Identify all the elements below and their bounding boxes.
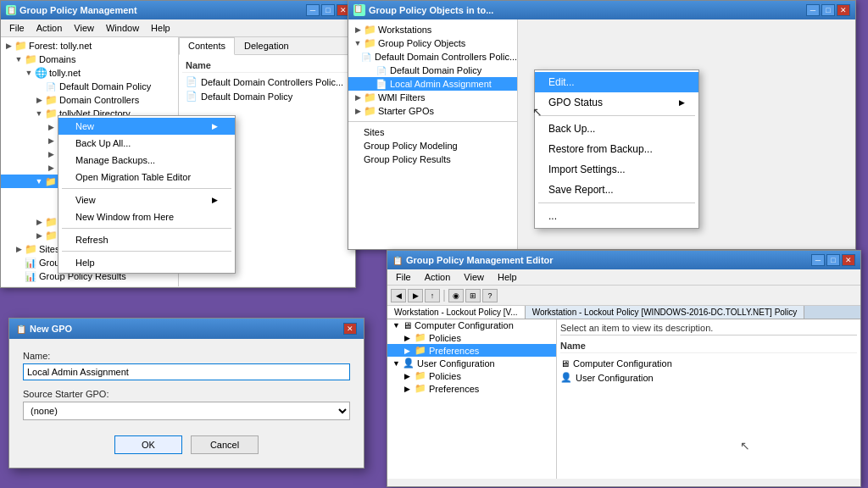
gpe-menu-action[interactable]: Action xyxy=(418,270,458,284)
gpe-right-item-uc[interactable]: 👤 User Configuration xyxy=(560,370,857,385)
gpe-icon-uc-policies: 📁 xyxy=(415,370,426,381)
gpe-tab-2[interactable]: Workstation - Lockout Policy [WINDOWS-20… xyxy=(526,306,805,319)
gpo-minimize[interactable]: ─ xyxy=(806,4,820,16)
gpe-right-item-cc[interactable]: 🖥 Computer Configuration xyxy=(560,357,857,370)
gpo-label-nav-results: Group Policy Results xyxy=(364,154,451,164)
ctx-save-report[interactable]: Save Report... xyxy=(535,180,698,200)
ctx-gpo-status[interactable]: GPO Status ▶ xyxy=(535,92,698,113)
menu-action[interactable]: Action xyxy=(31,21,68,35)
gpo-tree-starter[interactable]: ▶ 📁 Starter GPOs xyxy=(348,104,517,118)
gpe-minimize[interactable]: ─ xyxy=(811,254,825,266)
dialog-cancel-button[interactable]: Cancel xyxy=(191,435,259,454)
tree-item-dc[interactable]: ▶ 📁 Domain Controllers xyxy=(1,93,178,107)
gpo-expand-workstations[interactable]: ▶ xyxy=(352,24,364,36)
gpo-tree-workstations[interactable]: ▶ 📁 Workstations xyxy=(348,23,517,36)
tab-contents[interactable]: Contents xyxy=(179,37,235,55)
gpe-tab-1[interactable]: Workstation - Lockout Policy [V... xyxy=(387,306,526,319)
gpo-close[interactable]: ✕ xyxy=(837,4,850,16)
gpe-icon-cc: 🖥 xyxy=(403,320,412,330)
gpo-expand-gpoobj[interactable]: ▼ xyxy=(352,37,364,49)
ctx-manage-backups[interactable]: Manage Backups... xyxy=(58,152,235,169)
gpo-list-item-1[interactable]: 📄 Default Domain Controllers Polic... xyxy=(182,75,352,89)
menu-window[interactable]: Window xyxy=(101,21,144,35)
gpe-tree-computer-config[interactable]: ▼ 🖥 Computer Configuration xyxy=(387,319,556,331)
gpe-tree-user-config[interactable]: ▼ 👤 User Configuration xyxy=(387,357,556,369)
gpo-nav-modeling[interactable]: Group Policy Modeling xyxy=(348,139,517,152)
expand-forest[interactable]: ▶ xyxy=(3,40,14,52)
gpe-maximize[interactable]: □ xyxy=(826,254,840,266)
expand-servers[interactable]: ▶ xyxy=(45,135,57,147)
gpe-tree-uc-policies[interactable]: ▶ 📁 Policies xyxy=(387,369,556,382)
gpo-expand-starter[interactable]: ▶ xyxy=(352,105,364,117)
gpe-back-btn[interactable]: ◀ xyxy=(391,289,406,302)
gpe-close[interactable]: ✕ xyxy=(842,254,855,266)
gpe-expand-cc[interactable]: ▼ xyxy=(392,321,403,330)
tree-item-domains[interactable]: ▼ 📁 Domains xyxy=(1,53,178,66)
expand-workstations[interactable]: ▶ xyxy=(45,162,57,174)
tree-item-ddp[interactable]: 📄 Default Domain Policy xyxy=(1,80,178,93)
ctx-more[interactable]: ... xyxy=(535,206,698,226)
menu-help[interactable]: Help xyxy=(146,21,175,35)
maximize-button[interactable]: □ xyxy=(321,4,335,16)
ctx-help[interactable]: Help xyxy=(58,254,235,271)
dialog-ok-button[interactable]: OK xyxy=(114,435,182,454)
dialog-close-btn[interactable]: ✕ xyxy=(343,323,357,335)
gpe-expand-cc-prefs[interactable]: ▶ xyxy=(404,347,415,355)
ctx-backup-all[interactable]: Back Up All... xyxy=(58,135,235,152)
gpe-expand-uc[interactable]: ▼ xyxy=(392,359,403,368)
gpo-tree-ddp[interactable]: 📄 Default Domain Policy xyxy=(348,64,517,77)
gpe-help-btn[interactable]: ? xyxy=(482,289,498,302)
expand-dc[interactable]: ▶ xyxy=(33,94,45,106)
ctx-backup[interactable]: Back Up... xyxy=(535,119,698,139)
gpe-tree-uc-prefs[interactable]: ▶ 📁 Preferences xyxy=(387,382,556,395)
expand-domains[interactable]: ▼ xyxy=(13,53,25,65)
ctx-new[interactable]: New ▶ xyxy=(58,118,235,135)
expand-tollynetdir[interactable]: ▼ xyxy=(33,108,45,119)
ctx-import[interactable]: Import Settings... xyxy=(535,159,698,180)
gpo-tree-wmi[interactable]: ▶ 📁 WMI Filters xyxy=(348,91,517,104)
gpe-up-btn[interactable]: ↑ xyxy=(425,289,440,302)
tab-delegation[interactable]: Delegation xyxy=(235,37,298,54)
gpe-menu-file[interactable]: File xyxy=(389,270,418,284)
expand-starter[interactable]: ▶ xyxy=(33,230,45,241)
new-gpo-source-select[interactable]: (none) xyxy=(23,402,350,420)
new-gpo-name-input[interactable] xyxy=(23,363,350,380)
ctx-view[interactable]: View ▶ xyxy=(58,191,235,208)
gpo-nav-results[interactable]: Group Policy Results xyxy=(348,152,517,166)
ctx-restore[interactable]: Restore from Backup... xyxy=(535,139,698,159)
menu-file[interactable]: File xyxy=(4,21,30,35)
gpe-expand-uc-policies[interactable]: ▶ xyxy=(404,372,415,380)
gpo-tree-ddcp[interactable]: 📄 Default Domain Controllers Polic... xyxy=(348,50,517,64)
menu-view[interactable]: View xyxy=(69,21,99,35)
expand-sites[interactable]: ▶ xyxy=(13,243,25,255)
gpe-tab2-label: Workstation - Lockout Policy [WINDOWS-20… xyxy=(532,308,798,317)
gpe-expand-cc-policies[interactable]: ▶ xyxy=(404,334,415,342)
minimize-button[interactable]: ─ xyxy=(306,4,320,16)
gpo-list-item-2[interactable]: 📄 Default Domain Policy xyxy=(182,89,352,103)
expand-wmi[interactable]: ▶ xyxy=(33,216,45,228)
gpe-forward-btn[interactable]: ▶ xyxy=(408,289,423,302)
gpe-tree-cc-prefs[interactable]: ▶ 📁 Preferences xyxy=(387,344,556,357)
gpo-expand-wmi[interactable]: ▶ xyxy=(352,92,364,103)
gpo-nav-sites[interactable]: Sites xyxy=(348,125,517,139)
gpe-menu-view[interactable]: View xyxy=(457,270,491,284)
gpo-maximize[interactable]: □ xyxy=(821,4,835,16)
expand-tollynet[interactable]: ▼ xyxy=(23,67,35,79)
expand-users[interactable]: ▶ xyxy=(45,148,57,160)
gpo-icon-wmi: 📁 xyxy=(364,92,376,103)
ctx-refresh[interactable]: Refresh xyxy=(58,231,235,248)
gpe-filter-btn[interactable]: ⊞ xyxy=(465,289,481,302)
ctx-new-window[interactable]: New Window from Here xyxy=(58,208,235,225)
gpe-tree-cc-policies[interactable]: ▶ 📁 Policies xyxy=(387,331,556,344)
expand-secgroups[interactable]: ▶ xyxy=(45,121,57,133)
tree-item-tollynet[interactable]: ▼ 🌐 tolly.net xyxy=(1,66,178,80)
gpe-menu-help[interactable]: Help xyxy=(491,270,524,284)
gpo-tree-laa[interactable]: 📄 Local Admin Assignment xyxy=(348,77,517,91)
gpe-show-btn[interactable]: ◉ xyxy=(448,289,464,302)
ctx-edit[interactable]: Edit... xyxy=(535,72,698,92)
tree-item-forest[interactable]: ▶ 📁 Forest: tolly.net xyxy=(1,39,178,53)
expand-gpo[interactable]: ▼ xyxy=(33,175,45,187)
gpe-expand-uc-prefs[interactable]: ▶ xyxy=(404,385,415,393)
ctx-open-migration[interactable]: Open Migration Table Editor xyxy=(58,169,235,186)
gpo-tree-gpo-objects[interactable]: ▼ 📁 Group Policy Objects xyxy=(348,36,517,50)
